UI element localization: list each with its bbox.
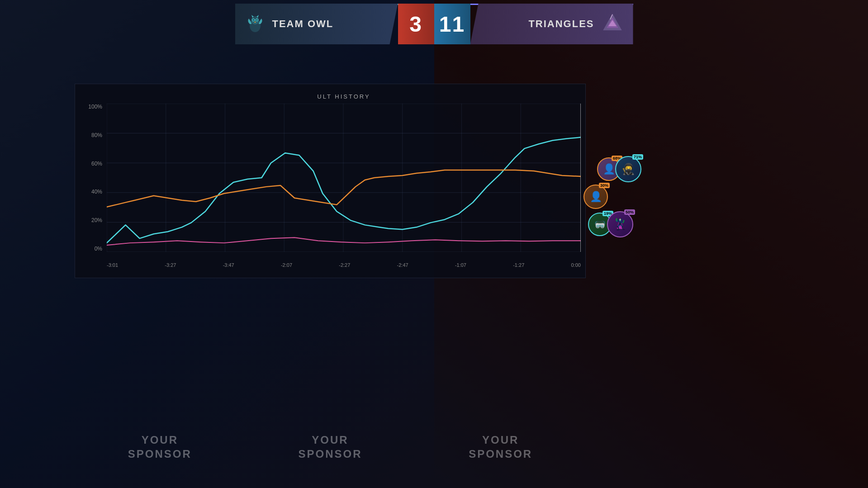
x-label-1: -3:01 bbox=[107, 262, 118, 268]
y-label-20: 20% bbox=[82, 217, 102, 223]
y-label-40: 40% bbox=[82, 189, 102, 195]
avatar-circle-5: 🦹 bbox=[607, 211, 633, 237]
x-label-6: -2:47 bbox=[397, 262, 408, 268]
avatar-group-bottom: 🥽 19% 🦹 50% bbox=[588, 211, 647, 237]
avatar-right-bottom: 🦹 50% bbox=[607, 211, 633, 237]
y-label-100: 100% bbox=[82, 104, 102, 110]
pink-line bbox=[107, 237, 581, 245]
score-left-num: 3 bbox=[409, 12, 422, 37]
avatars-container: 👤 68% 🥷 71% 👤 30% 🥽 19% 🦹 bbox=[583, 156, 647, 237]
chart-title: ULT HISTORY bbox=[107, 93, 581, 100]
x-axis-labels: -3:01 -3:27 -3:47 -2:07 -2:27 -2:47 -1:0… bbox=[107, 262, 581, 268]
orange-line bbox=[107, 170, 581, 207]
blue-line bbox=[107, 137, 581, 243]
avatar-right-top: 🥷 71% bbox=[615, 156, 641, 182]
x-label-9: 0:00 bbox=[571, 262, 581, 268]
x-label-7: -1:07 bbox=[455, 262, 466, 268]
y-label-60: 60% bbox=[82, 161, 102, 167]
scoreboard: TEAM OWL 3 11 TRIANGLES bbox=[235, 4, 633, 44]
avatar-group-top: 👤 68% 🥷 71% bbox=[597, 156, 647, 182]
x-label-5: -2:27 bbox=[339, 262, 350, 268]
triangle-icon bbox=[601, 12, 624, 36]
x-label-3: -3:47 bbox=[223, 262, 234, 268]
score-right-box: 11 bbox=[434, 4, 470, 44]
owl-icon bbox=[244, 13, 266, 35]
team-right: TRIANGLES bbox=[470, 4, 633, 44]
chart-container: ULT HISTORY 0% 20% 40% 60% 80% 100% bbox=[75, 84, 586, 278]
avatar-badge-3: 30% bbox=[599, 183, 610, 188]
score-center: 3 11 bbox=[398, 4, 470, 44]
team-left: TEAM OWL bbox=[235, 4, 398, 44]
team-right-name: TRIANGLES bbox=[528, 18, 594, 30]
y-label-0: 0% bbox=[82, 246, 102, 252]
x-label-2: -3:27 bbox=[165, 262, 176, 268]
x-label-8: -1:27 bbox=[513, 262, 524, 268]
chart-svg bbox=[107, 104, 581, 252]
svg-point-4 bbox=[252, 19, 254, 21]
sponsor-1: YOURSPONSOR bbox=[128, 433, 192, 461]
chart-area: 0% 20% 40% 60% 80% 100% bbox=[107, 104, 581, 252]
team-left-name: TEAM OWL bbox=[272, 18, 334, 30]
score-left-box: 3 bbox=[398, 4, 434, 44]
y-label-80: 80% bbox=[82, 132, 102, 138]
sponsors-section: YOURSPONSOR YOURSPONSOR YOURSPONSOR bbox=[75, 433, 586, 461]
x-label-4: -2:07 bbox=[281, 262, 292, 268]
avatar-badge-5: 50% bbox=[624, 209, 635, 215]
avatar-badge-2: 71% bbox=[632, 154, 643, 160]
sponsor-3: YOURSPONSOR bbox=[469, 433, 532, 461]
avatar-group-mid: 👤 30% bbox=[583, 185, 608, 209]
avatar-circle-3: 👤 bbox=[583, 185, 608, 209]
avatar-circle-2: 🥷 bbox=[615, 156, 641, 182]
score-right-num: 11 bbox=[439, 12, 465, 37]
sponsor-2: YOURSPONSOR bbox=[298, 433, 362, 461]
svg-point-5 bbox=[256, 19, 257, 21]
y-axis-labels: 0% 20% 40% 60% 80% 100% bbox=[82, 104, 102, 252]
